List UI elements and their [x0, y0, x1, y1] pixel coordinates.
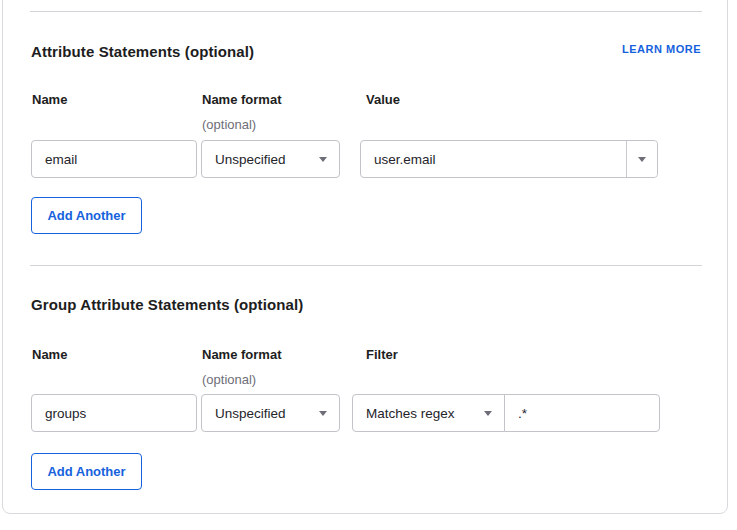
attribute-value-combobox — [360, 140, 658, 178]
attribute-statements-heading: Attribute Statements (optional) — [31, 43, 254, 60]
group-attribute-filter-value-input[interactable] — [504, 394, 660, 432]
learn-more-link[interactable]: LEARN MORE — [622, 43, 701, 55]
attribute-value-input[interactable] — [361, 141, 626, 177]
column-label-value: Value — [366, 92, 400, 107]
group-attribute-filter-type-select[interactable]: Matches regex — [352, 394, 505, 432]
section-divider-top — [30, 11, 702, 12]
column-label-name-format: Name format — [202, 92, 281, 107]
settings-card — [2, 0, 728, 514]
attribute-name-format-selected-value: Unspecified — [215, 152, 286, 167]
group-attribute-name-input[interactable] — [31, 394, 197, 432]
saml-attribute-settings-screen: Attribute Statements (optional) LEARN MO… — [0, 0, 737, 530]
attribute-name-format-select[interactable]: Unspecified — [201, 140, 340, 178]
section-divider-middle — [30, 265, 702, 266]
column-label-filter: Filter — [366, 347, 398, 362]
name-format-optional-note: (optional) — [202, 117, 256, 132]
chevron-down-icon — [484, 411, 492, 416]
column-label-name-format: Name format — [202, 347, 281, 362]
chevron-down-icon — [638, 157, 646, 162]
name-format-optional-note: (optional) — [202, 372, 256, 387]
attribute-value-dropdown-button[interactable] — [626, 141, 657, 177]
group-attribute-statements-heading: Group Attribute Statements (optional) — [31, 296, 303, 313]
chevron-down-icon — [319, 157, 327, 162]
add-another-group-attribute-button[interactable]: Add Another — [31, 453, 142, 490]
column-label-name: Name — [32, 92, 67, 107]
column-label-name: Name — [32, 347, 67, 362]
group-attribute-name-format-select[interactable]: Unspecified — [201, 394, 340, 432]
group-attribute-name-format-selected-value: Unspecified — [215, 406, 286, 421]
group-attribute-filter-type-selected-value: Matches regex — [366, 406, 455, 421]
add-another-attribute-button[interactable]: Add Another — [31, 197, 142, 234]
attribute-name-input[interactable] — [31, 140, 197, 178]
chevron-down-icon — [319, 411, 327, 416]
